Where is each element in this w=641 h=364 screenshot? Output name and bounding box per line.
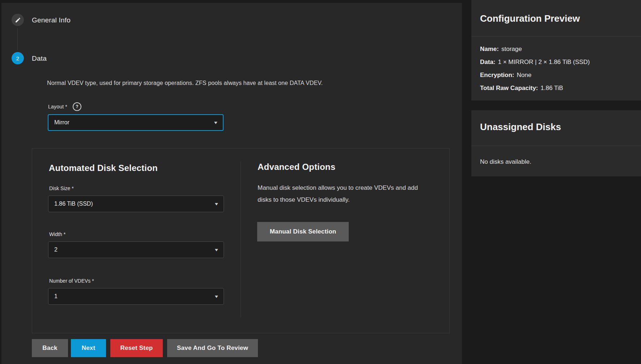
layout-select[interactable]: Mirror ▼: [48, 114, 224, 131]
configuration-preview-divider: [471, 36, 641, 37]
next-button[interactable]: Next: [71, 339, 106, 357]
chevron-down-icon: ▼: [214, 248, 219, 252]
config-row-encryption: Encryption: None: [480, 69, 590, 82]
step-2-indicator[interactable]: 2: [12, 52, 24, 64]
width-label: Width *: [49, 231, 65, 237]
number-of-vdevs-select[interactable]: 1 ▼: [48, 288, 224, 305]
card-column-divider: [241, 162, 241, 318]
chevron-down-icon: ▼: [214, 294, 219, 299]
unassigned-disks-panel: [471, 110, 641, 176]
chevron-down-icon: ▼: [214, 202, 219, 206]
config-row-name: Name: storage: [480, 43, 590, 56]
save-and-go-to-review-button[interactable]: Save And Go To Review: [167, 339, 258, 357]
layout-field-label-row: Layout * ?: [48, 102, 81, 111]
pool-creation-wizard: General Info 2 Data Normal VDEV type, us…: [0, 0, 641, 364]
config-row-data: Data: 1 × MIRROR | 2 × 1.86 TiB (SSD): [480, 56, 590, 69]
unassigned-disks-divider: [471, 146, 641, 146]
advanced-options-description: Manual disk selection allows you to crea…: [258, 182, 422, 206]
config-row-capacity-label: Total Raw Capacity:: [480, 85, 538, 92]
number-of-vdevs-select-value: 1: [54, 293, 58, 300]
config-row-data-label: Data:: [480, 59, 496, 66]
width-select-value: 2: [54, 247, 58, 253]
back-button[interactable]: Back: [32, 339, 68, 357]
no-disks-message: No disks available.: [480, 158, 531, 166]
configuration-preview-title: Configuration Preview: [480, 13, 580, 24]
config-row-encryption-label: Encryption:: [480, 72, 514, 79]
disk-size-select-value: 1.86 TiB (SSD): [54, 201, 93, 207]
config-row-data-value: 1 × MIRROR | 2 × 1.86 TiB (SSD): [498, 59, 590, 66]
configuration-preview-rows: Name: storage Data: 1 × MIRROR | 2 × 1.8…: [480, 43, 590, 95]
help-icon[interactable]: ?: [73, 102, 81, 111]
step-general-info-label[interactable]: General Info: [32, 16, 71, 24]
unassigned-disks-title: Unassigned Disks: [480, 121, 561, 133]
disk-size-label: Disk Size *: [49, 185, 74, 191]
advanced-options-title: Advanced Options: [258, 162, 335, 172]
step-1-indicator[interactable]: [12, 14, 24, 26]
config-row-encryption-value: None: [517, 72, 531, 79]
wizard-main-panel: General Info 2 Data Normal VDEV type, us…: [1, 3, 462, 364]
number-of-vdevs-label: Number of VDEVs *: [49, 278, 94, 284]
chevron-down-icon: ▼: [213, 120, 218, 125]
step-data-label[interactable]: Data: [32, 55, 47, 63]
config-row-name-label: Name:: [480, 46, 499, 53]
disk-size-select[interactable]: 1.86 TiB (SSD) ▼: [48, 196, 224, 212]
step-2-number: 2: [16, 55, 19, 61]
layout-select-value: Mirror: [54, 119, 69, 126]
config-row-name-value: storage: [501, 46, 522, 53]
manual-disk-selection-button[interactable]: Manual Disk Selection: [257, 222, 349, 241]
config-row-capacity-value: 1.86 TiB: [540, 85, 563, 92]
data-vdev-description: Normal VDEV type, used for primary stora…: [47, 80, 323, 86]
layout-label: Layout *: [48, 104, 67, 110]
edit-icon: [15, 17, 21, 23]
disk-selection-card: Automated Disk Selection Disk Size * 1.8…: [32, 148, 450, 333]
width-select[interactable]: 2 ▼: [48, 241, 224, 258]
stepper-connector: [17, 28, 18, 50]
reset-step-button[interactable]: Reset Step: [110, 339, 163, 357]
config-row-capacity: Total Raw Capacity: 1.86 TiB: [480, 82, 590, 95]
automated-disk-selection-title: Automated Disk Selection: [49, 163, 158, 173]
